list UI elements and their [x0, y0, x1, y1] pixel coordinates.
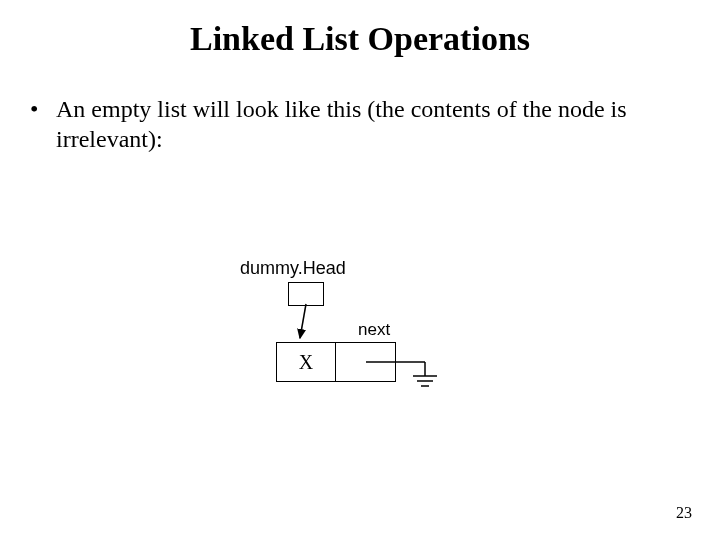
page-title: Linked List Operations: [0, 20, 720, 58]
page-number: 23: [676, 504, 692, 522]
pointer-arrow-icon: [300, 304, 306, 338]
bullet-text: An empty list will look like this (the c…: [56, 94, 670, 154]
bullet-dot: •: [30, 94, 38, 124]
slide: Linked List Operations • An empty list w…: [0, 0, 720, 540]
diagram-arrows: [240, 258, 540, 438]
linked-list-diagram: dummy.Head next X: [240, 258, 540, 438]
bullet-item: • An empty list will look like this (the…: [30, 94, 670, 154]
